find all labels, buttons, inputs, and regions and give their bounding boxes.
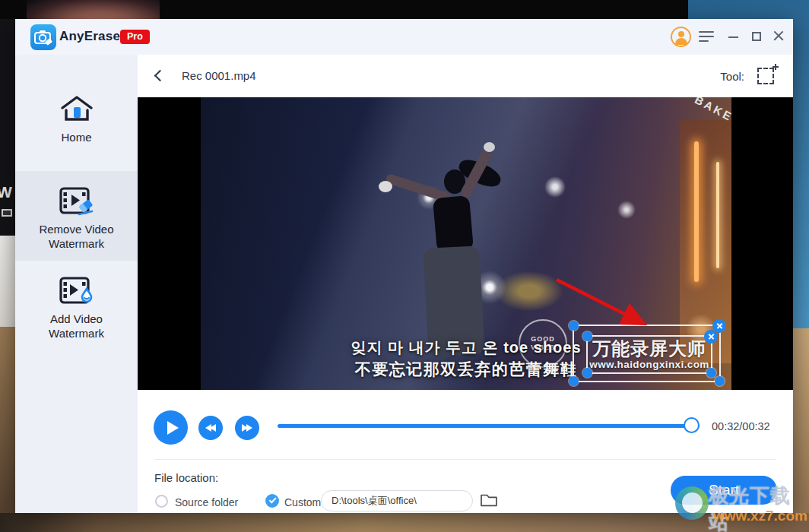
close-icon[interactable] (773, 30, 785, 42)
desktop-bottom-strip (0, 513, 809, 532)
time-display: 00:32/00:32 (712, 420, 770, 432)
resize-handle[interactable] (582, 368, 592, 378)
sidebar-item-label: Home (27, 131, 126, 145)
custom-path-input[interactable] (321, 490, 473, 511)
marquee-select-tool-icon[interactable] (757, 68, 774, 84)
resize-handle[interactable] (569, 321, 579, 331)
video-filename: Rec 0001.mp4 (182, 69, 256, 82)
play-button[interactable] (154, 410, 188, 445)
play-icon (167, 421, 179, 435)
desktop-left-strip-lower (0, 327, 15, 513)
source-folder-label: Source folder (175, 496, 238, 508)
folder-icon (480, 492, 498, 508)
delete-selection-icon[interactable] (704, 330, 718, 344)
sidebar: Home Remove Video Watermark (15, 55, 138, 513)
rewind-button[interactable] (198, 416, 223, 440)
desktop: W AnyErase Pro (0, 0, 809, 532)
video-preview: BAKE GOOD VIBES 잊지 마 내가 두고 온 toe shoes 不… (138, 97, 793, 390)
background-partial-text: W (0, 183, 12, 201)
neon-light (716, 162, 719, 268)
sidebar-item-home[interactable]: Home (15, 84, 138, 167)
user-avatar-icon[interactable] (671, 27, 691, 47)
desktop-right-strip-lower (793, 328, 809, 532)
start-button[interactable]: Start (671, 476, 777, 505)
remove-video-watermark-icon (59, 186, 95, 218)
divider (154, 459, 776, 460)
maximize-icon[interactable] (750, 30, 763, 42)
home-icon (59, 94, 94, 126)
sidebar-item-add-watermark[interactable]: Add Video Watermark (15, 261, 138, 350)
video-watermark-url: www.haidongxinxi.com (589, 359, 709, 370)
menu-icon[interactable] (699, 31, 715, 43)
minimize-icon[interactable] (728, 30, 740, 42)
desktop-left-strip: W (0, 19, 15, 236)
sidebar-item-label: Remove Video Watermark (27, 223, 126, 252)
check-icon (268, 496, 276, 503)
browse-folder-button[interactable] (480, 492, 498, 509)
custom-label: Custom (284, 496, 321, 508)
desktop-left-photo (0, 236, 15, 327)
neon-light (694, 141, 699, 282)
watermark-selection-inner[interactable]: 万能录屏大师 www.haidongxinxi.com (586, 335, 712, 374)
desktop-photo-fragment (27, 0, 160, 19)
source-folder-radio[interactable] (155, 495, 168, 508)
add-video-watermark-icon (59, 276, 95, 308)
sidebar-item-label: Add Video Watermark (27, 312, 126, 341)
tool-label: Tool: (720, 70, 744, 83)
app-logo-camera-icon (30, 24, 56, 50)
app-window: AnyErase Pro Home (15, 19, 793, 513)
video-watermark-text: 万能录屏大师 (592, 339, 706, 358)
resize-handle[interactable] (715, 376, 725, 386)
back-chevron-icon (154, 70, 167, 82)
pro-badge: Pro (120, 30, 150, 44)
progress-thumb[interactable] (684, 417, 700, 433)
content-header: Rec 0001.mp4 Tool: (138, 55, 793, 97)
resize-handle[interactable] (569, 376, 579, 386)
back-button[interactable] (150, 67, 168, 85)
resize-handle[interactable] (582, 331, 592, 341)
custom-radio[interactable] (265, 494, 279, 508)
progress-bar[interactable] (278, 424, 700, 428)
app-title: AnyErase (59, 29, 120, 44)
file-location-label: File location: (154, 471, 218, 484)
fast-forward-button[interactable] (235, 416, 259, 440)
tv-icon (2, 209, 12, 217)
resize-handle[interactable] (706, 368, 716, 378)
sidebar-item-remove-watermark[interactable]: Remove Video Watermark (15, 171, 138, 261)
